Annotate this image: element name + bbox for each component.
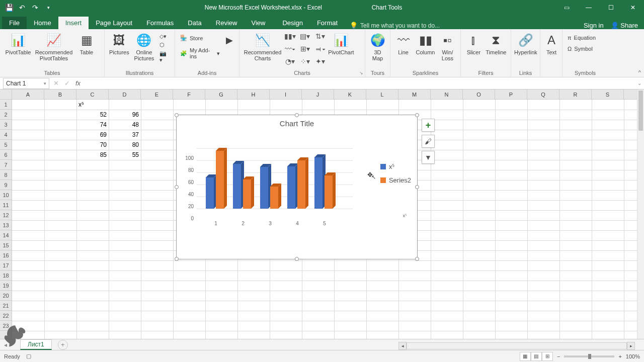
col-header-S[interactable]: S bbox=[592, 89, 624, 99]
column-chart-icon[interactable]: ▮▮▾ bbox=[284, 31, 296, 42]
pivottable-button[interactable]: 📊PivotTable bbox=[3, 31, 33, 55]
symbol-button[interactable]: Ω Symbol bbox=[566, 45, 598, 53]
chart-elements-button[interactable]: + bbox=[422, 119, 435, 132]
col-header-K[interactable]: K bbox=[334, 89, 366, 99]
col-header-Q[interactable]: Q bbox=[527, 89, 559, 99]
pie-chart-icon[interactable]: ◔▾ bbox=[284, 56, 296, 67]
chart-type-gallery[interactable]: ▮▮▾▤▾⇅▾ 〰▾⊞▾⫤▾ ◔▾⁘▾✦▾ bbox=[284, 31, 326, 67]
row-header-11[interactable]: 11 bbox=[0, 200, 12, 210]
row-header-9[interactable]: 9 bbox=[0, 180, 12, 190]
minimize-icon[interactable]: — bbox=[578, 0, 600, 15]
hscroll-right-icon[interactable]: ▸ bbox=[627, 342, 635, 350]
row-header-22[interactable]: 22 bbox=[0, 311, 12, 321]
page-layout-view-button[interactable]: ▤ bbox=[531, 352, 542, 361]
tab-view[interactable]: View bbox=[244, 17, 272, 29]
page-break-view-button[interactable]: ⊞ bbox=[542, 352, 553, 361]
row-header-10[interactable]: 10 bbox=[0, 190, 12, 200]
tell-me-input[interactable]: 💡 Tell me what you want to do... bbox=[345, 22, 584, 29]
bar-Series2-5[interactable] bbox=[325, 175, 333, 209]
col-header-H[interactable]: H bbox=[237, 89, 270, 99]
charts-dialog-launcher[interactable]: ↘ bbox=[359, 70, 363, 75]
cell-D4[interactable]: 37 bbox=[109, 130, 141, 140]
cell-D2[interactable]: 96 bbox=[109, 110, 141, 120]
bing-maps-button[interactable]: ▶ bbox=[223, 31, 236, 48]
pivotchart-button[interactable]: 📊PivotChart bbox=[327, 31, 355, 55]
tab-insert[interactable]: Insert bbox=[58, 17, 89, 29]
hscroll-left-icon[interactable]: ◂ bbox=[398, 342, 407, 350]
plot-area[interactable] bbox=[197, 138, 353, 219]
redo-icon[interactable]: ↷ bbox=[29, 2, 41, 14]
screenshot-button[interactable]: 📷▾ bbox=[157, 49, 172, 64]
table-button[interactable]: ▦Table bbox=[74, 31, 99, 55]
chart-title[interactable]: Chart Title bbox=[177, 115, 417, 131]
resize-handle-nw[interactable] bbox=[175, 113, 179, 117]
zoom-out-button[interactable]: − bbox=[557, 353, 560, 359]
formula-bar[interactable] bbox=[84, 78, 635, 89]
cell-D3[interactable]: 48 bbox=[109, 120, 141, 130]
sparkline-column-button[interactable]: ▮▮Column bbox=[414, 31, 437, 55]
bar-x⁵-2[interactable] bbox=[233, 164, 241, 209]
row-header-3[interactable]: 3 bbox=[0, 120, 12, 130]
resize-handle-n[interactable] bbox=[295, 113, 299, 117]
vertical-scroll-thumb[interactable] bbox=[638, 90, 643, 131]
chart-filters-button[interactable]: ▼ bbox=[422, 151, 435, 164]
enter-formula-icon[interactable]: ✓ bbox=[61, 78, 72, 89]
ribbon-display-options-icon[interactable]: ▭ bbox=[555, 0, 578, 15]
col-header-F[interactable]: F bbox=[173, 89, 205, 99]
macro-record-icon[interactable]: ▢ bbox=[26, 353, 31, 359]
hyperlink-button[interactable]: 🔗Hyperlink bbox=[514, 31, 537, 55]
row-header-16[interactable]: 16 bbox=[0, 250, 12, 260]
pictures-button[interactable]: 🖼Pictures bbox=[108, 31, 131, 55]
row-header-19[interactable]: 19 bbox=[0, 281, 12, 291]
row-header-15[interactable]: 15 bbox=[0, 240, 12, 250]
normal-view-button[interactable]: ▦ bbox=[520, 352, 531, 361]
maximize-icon[interactable]: ☐ bbox=[600, 0, 622, 15]
bar-x⁵-5[interactable] bbox=[314, 157, 323, 209]
signin-link[interactable]: Sign in bbox=[584, 22, 604, 29]
col-header-G[interactable]: G bbox=[205, 89, 237, 99]
cell-C6[interactable]: 85 bbox=[76, 150, 109, 160]
row-header-12[interactable]: 12 bbox=[0, 210, 12, 220]
col-header-C[interactable]: C bbox=[76, 89, 109, 99]
col-header-O[interactable]: O bbox=[463, 89, 495, 99]
bar-x⁵-4[interactable] bbox=[287, 166, 295, 209]
col-header-B[interactable]: B bbox=[44, 89, 76, 99]
zoom-slider[interactable] bbox=[564, 355, 614, 357]
row-header-20[interactable]: 20 bbox=[0, 291, 12, 301]
horizontal-scrollbar[interactable]: ◂ ▸ bbox=[398, 342, 635, 350]
chart-legend[interactable]: x⁵ Series2 bbox=[380, 163, 411, 190]
scatter-chart-icon[interactable]: ⁘▾ bbox=[299, 56, 311, 67]
name-box[interactable]: Chart 1▾ bbox=[3, 78, 49, 89]
save-icon[interactable]: 💾 bbox=[3, 2, 15, 14]
row-header-4[interactable]: 4 bbox=[0, 130, 12, 140]
cancel-formula-icon[interactable]: ✕ bbox=[50, 78, 61, 89]
recommended-pivottables-button[interactable]: 📈Recommended PivotTables bbox=[34, 31, 73, 61]
tab-format[interactable]: Format bbox=[310, 17, 345, 29]
resize-handle-se[interactable] bbox=[415, 257, 419, 261]
tab-design[interactable]: Design bbox=[275, 17, 309, 29]
row-header-5[interactable]: 5 bbox=[0, 140, 12, 150]
resize-handle-e[interactable] bbox=[415, 185, 419, 189]
row-header-7[interactable]: 7 bbox=[0, 160, 12, 170]
col-header-I[interactable]: I bbox=[270, 89, 302, 99]
recommended-charts-button[interactable]: 📉Recommended Charts bbox=[243, 31, 283, 61]
col-header-E[interactable]: E bbox=[141, 89, 173, 99]
line-chart-icon[interactable]: 〰▾ bbox=[284, 43, 296, 54]
combo-chart-icon[interactable]: ⫤▾ bbox=[314, 43, 326, 54]
cell-C1[interactable]: x⁵ bbox=[76, 100, 109, 110]
row-header-1[interactable]: 1 bbox=[0, 100, 12, 110]
cell-D5[interactable]: 80 bbox=[109, 140, 141, 150]
add-sheet-button[interactable]: + bbox=[58, 340, 68, 350]
text-button[interactable]: AText bbox=[543, 31, 559, 55]
resize-handle-sw[interactable] bbox=[175, 257, 179, 261]
bar-Series2-1[interactable] bbox=[216, 151, 224, 209]
row-header-2[interactable]: 2 bbox=[0, 110, 12, 120]
tab-home[interactable]: Home bbox=[27, 17, 58, 29]
sparkline-winloss-button[interactable]: ▪▫Win/ Loss bbox=[438, 31, 457, 61]
expand-formula-bar-icon[interactable]: ⌄ bbox=[635, 80, 644, 86]
my-addins-button[interactable]: 🧩 My Add-ins ▾ bbox=[178, 46, 222, 60]
tab-page-layout[interactable]: Page Layout bbox=[89, 17, 139, 29]
close-icon[interactable]: ✕ bbox=[622, 0, 644, 15]
equation-button[interactable]: π Equation bbox=[566, 34, 598, 42]
tab-data[interactable]: Data bbox=[181, 17, 208, 29]
